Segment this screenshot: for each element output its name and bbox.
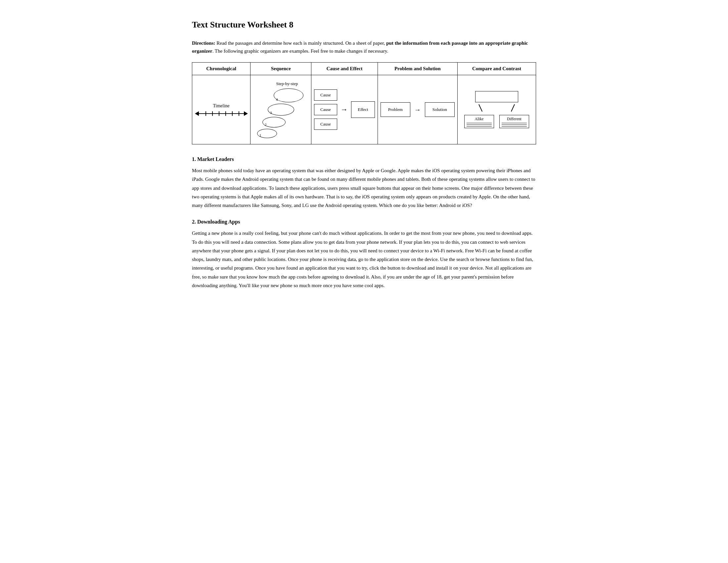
cc-line-6 [502, 126, 527, 126]
oval-4: 4 [274, 88, 303, 102]
cause-effect-arrow: → [341, 106, 348, 113]
cc-line-left [478, 104, 482, 112]
cc-different-label: Different [507, 117, 522, 121]
header-problem-solution: Problem and Solution [378, 63, 457, 75]
page-title: Text Structure Worksheet 8 [192, 20, 536, 30]
effect-box: Effect [351, 101, 375, 118]
cc-line-right [511, 104, 515, 112]
oval-3: 3 [268, 104, 294, 116]
solution-box: Solution [425, 102, 455, 117]
header-chronological: Chronological [192, 63, 250, 75]
directions: Directions: Read the passages and determ… [192, 39, 536, 55]
cell-chronological: Timeline [192, 75, 250, 144]
cell-cause-effect: Cause Cause Cause → Effect [311, 75, 378, 144]
cc-alike-label: Alike [475, 117, 484, 121]
cc-line-3 [467, 126, 492, 126]
oval-2: 2 [262, 117, 286, 127]
cc-top-box [475, 91, 518, 102]
cc-alike-box: Alike [464, 115, 494, 128]
cc-bottom-row: Alike Different [464, 115, 529, 128]
timeline-label: Timeline [213, 103, 230, 109]
cell-problem-solution: Problem → Solution [378, 75, 457, 144]
cause-box-1: Cause [314, 89, 337, 101]
timeline-graphic [195, 111, 248, 116]
timeline-line [199, 113, 244, 114]
cc-line-5 [502, 124, 527, 125]
header-compare-contrast: Compare and Contrast [457, 63, 536, 75]
section-2-heading: 2. Downloading Apps [192, 219, 536, 225]
section-2-text: Getting a new phone is a really cool fee… [192, 229, 536, 290]
header-sequence: Sequence [250, 63, 311, 75]
directions-main: Read the passages and determine how each… [215, 40, 387, 46]
section-1-text: Most mobile phones sold today have an op… [192, 166, 536, 210]
problem-solution-arrow: → [414, 106, 421, 114]
timeline-arrow-right [244, 111, 248, 116]
cc-line-2 [467, 124, 492, 125]
sequence-ovals: 4 3 2 1 [257, 88, 304, 138]
oval-1: 1 [257, 129, 277, 138]
cc-line-1 [467, 123, 492, 123]
cause-box-3: Cause [314, 118, 337, 130]
directions-end: . The following graphic organizers are e… [212, 48, 388, 54]
cell-compare-contrast: Alike Different [457, 75, 536, 144]
cc-branch-lines [460, 104, 533, 112]
cc-line-4 [502, 123, 527, 123]
cell-sequence: Step-by-step 4 3 2 1 [250, 75, 311, 144]
problem-box: Problem [381, 102, 410, 117]
cause-box-2: Cause [314, 104, 337, 115]
cc-different-box: Different [499, 115, 529, 128]
directions-label: Directions: [192, 40, 215, 46]
timeline-arrow-left [195, 111, 199, 116]
cause-column: Cause Cause Cause [314, 89, 337, 130]
organizer-table: Chronological Sequence Cause and Effect … [192, 62, 536, 144]
sequence-label: Step-by-step [276, 81, 298, 86]
header-cause-effect: Cause and Effect [311, 63, 378, 75]
section-1-heading: 1. Market Leaders [192, 156, 536, 162]
